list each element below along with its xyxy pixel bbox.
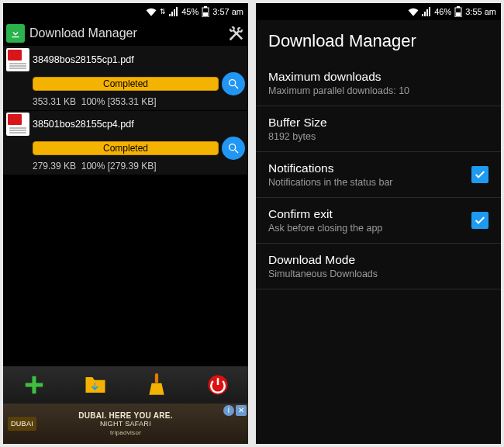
ad-badge: DUBAI xyxy=(8,417,36,431)
checkbox-checked-icon[interactable] xyxy=(471,166,488,183)
download-status: Completed xyxy=(103,78,148,89)
search-button[interactable] xyxy=(222,72,245,95)
ad-banner[interactable]: i ✕ DUBAI DUBAI. HERE YOU ARE. NIGHT SAF… xyxy=(3,404,248,444)
settings-tools-icon[interactable] xyxy=(226,24,245,43)
ad-line1: DUBAI. HERE YOU ARE. xyxy=(78,411,173,420)
download-list: 38498bos28155cp1.pdf Completed 353.31 KB… xyxy=(3,47,248,175)
setting-title: Maximum downloads xyxy=(268,70,488,84)
wifi-icon xyxy=(146,7,157,16)
signal-icon xyxy=(169,7,178,16)
svg-rect-10 xyxy=(457,6,460,8)
download-progress: Completed xyxy=(33,77,219,91)
pdf-icon xyxy=(6,113,29,136)
download-info: 353.31 KB 100% [353.31 KB] xyxy=(33,96,245,107)
setting-title: Download Mode xyxy=(268,253,488,267)
svg-point-5 xyxy=(230,144,236,151)
svg-rect-7 xyxy=(154,373,157,383)
status-bar: 46% 3:55 am xyxy=(256,3,501,20)
svg-line-4 xyxy=(235,85,238,88)
battery-icon xyxy=(454,6,462,17)
settings-title: Download Manager xyxy=(256,20,501,61)
setting-notifications[interactable]: Notifications Notifications in the statu… xyxy=(256,152,501,198)
power-button[interactable] xyxy=(187,366,248,404)
setting-maximum-downloads[interactable]: Maximum downloads Maximum parallel downl… xyxy=(256,61,501,106)
battery-text: 46% xyxy=(434,7,451,16)
status-bar: ⇅ 45% 3:57 am xyxy=(3,3,248,20)
svg-rect-11 xyxy=(456,12,461,16)
download-progress: Completed xyxy=(33,141,219,155)
phone-left: ⇅ 45% 3:57 am Download Manager 38498bos2… xyxy=(3,3,248,444)
download-info: 279.39 KB 100% [279.39 KB] xyxy=(33,161,245,172)
battery-icon xyxy=(202,6,209,17)
bottom-toolbar xyxy=(3,366,248,404)
checkbox-checked-icon[interactable] xyxy=(471,212,488,229)
phone-right: 46% 3:55 am Download Manager Maximum dow… xyxy=(256,3,501,444)
wifi-icon xyxy=(408,7,419,16)
ad-brand: tripadvisor xyxy=(110,429,141,436)
clean-button[interactable] xyxy=(126,366,187,404)
app-title: Download Manager xyxy=(29,26,222,40)
svg-point-3 xyxy=(230,80,236,86)
folder-button[interactable] xyxy=(64,366,126,404)
setting-subtitle: Maximum parallel downloads: 10 xyxy=(268,85,488,96)
setting-title: Confirm exit xyxy=(268,207,471,221)
download-status: Completed xyxy=(103,143,148,154)
setting-title: Buffer Size xyxy=(268,116,488,130)
download-filename: 38498bos28155cp1.pdf xyxy=(33,54,245,65)
ad-close-icon[interactable]: ✕ xyxy=(236,405,247,416)
app-download-icon xyxy=(6,24,25,43)
setting-title: Notifications xyxy=(268,161,471,175)
empty-area xyxy=(256,289,501,444)
search-button[interactable] xyxy=(222,137,245,160)
download-item[interactable]: 38498bos28155cp1.pdf Completed 353.31 KB… xyxy=(3,47,248,111)
clock-text: 3:55 am xyxy=(465,7,496,16)
setting-download-mode[interactable]: Download Mode Simultaneous Downloads xyxy=(256,244,501,289)
signal-icon xyxy=(422,7,431,16)
pdf-icon xyxy=(6,48,29,71)
ad-info-icon[interactable]: i xyxy=(223,405,234,416)
download-item[interactable]: 38501bos28155cp4.pdf Completed 279.39 KB… xyxy=(3,111,248,175)
data-up-down-icon: ⇅ xyxy=(160,8,166,16)
title-bar: Download Manager xyxy=(3,20,248,47)
setting-subtitle: Notifications in the status bar xyxy=(268,177,471,188)
setting-buffer-size[interactable]: Buffer Size 8192 bytes xyxy=(256,106,501,152)
ad-line2: NIGHT SAFARI xyxy=(100,420,151,428)
svg-line-6 xyxy=(235,150,238,153)
svg-rect-1 xyxy=(204,6,207,8)
setting-subtitle: Simultaneous Downloads xyxy=(268,269,488,279)
svg-rect-2 xyxy=(203,12,208,16)
download-filename: 38501bos28155cp4.pdf xyxy=(33,119,245,130)
setting-subtitle: 8192 bytes xyxy=(268,131,488,142)
battery-text: 45% xyxy=(181,7,198,16)
add-button[interactable] xyxy=(3,366,64,404)
setting-confirm-exit[interactable]: Confirm exit Ask before closing the app xyxy=(256,198,501,244)
setting-subtitle: Ask before closing the app xyxy=(268,223,471,234)
clock-text: 3:57 am xyxy=(212,7,243,16)
